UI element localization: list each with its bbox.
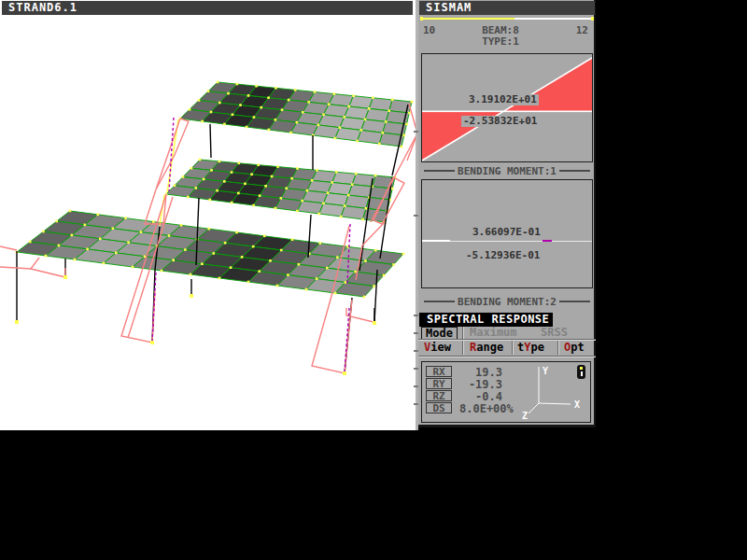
rz-button[interactable]: RZ [426, 390, 452, 401]
beam-axis-line-white [514, 18, 591, 20]
tab-separator [462, 327, 464, 340]
ry-value: -19.3 [459, 378, 502, 391]
rx-button[interactable]: RX [426, 366, 452, 377]
groove-2 [418, 356, 596, 357]
panel-title: SISMAM [426, 1, 472, 14]
window-title: STRAND6.1 [8, 1, 78, 14]
pointer-tool-icon[interactable] [577, 365, 585, 379]
axis-y-label: Y [543, 366, 548, 376]
menu-separator [557, 341, 559, 355]
ds-button[interactable]: DS [426, 402, 452, 413]
spectral-tabs: Mode Maximum SRSS [418, 327, 596, 340]
rx-value: 19.3 [459, 366, 502, 379]
axis-x-label: X [574, 399, 580, 410]
side-panel: SISMAM 10 BEAM:8 12 TYPE:1 3.19102E+01 -… [418, 0, 596, 427]
beam-axis-right-cap [591, 17, 594, 21]
bm2-max-value: 3.66097E-01 [471, 227, 543, 238]
ry-button[interactable]: RY [426, 378, 452, 389]
view-status-box: RX 19.3 RY -19.3 RZ -0.4 DS 8.0E+00% Y X [421, 361, 591, 423]
tab-maximum[interactable]: Maximum [470, 327, 517, 339]
application-screen: STRAND6.1 SISMAM 10 BEAM:8 12 TYPE:1 [0, 0, 747, 560]
bm2-min-value: -5.12936E-01 [464, 250, 542, 261]
bending-moment-1-diagram: 3.19102E+01 -2.53832E+01 [421, 53, 593, 162]
bm1-caption: BENDING MOMENT:1 [458, 165, 557, 177]
menu-item-view[interactable]: View [424, 341, 451, 355]
main-titlebar: STRAND6.1 [2, 1, 413, 15]
menu-bar: View Range tYpe Opt [418, 341, 596, 355]
beam-axis-line-yellow [421, 18, 514, 20]
menu-item-opt[interactable]: Opt [564, 341, 585, 355]
bm1-max-value: 3.19102E+01 [467, 94, 539, 105]
menu-separator [512, 341, 514, 355]
model-svg [0, 0, 418, 430]
rz-value: -0.4 [459, 390, 502, 403]
axis-z-label: Z [522, 411, 528, 421]
tab-srss[interactable]: SRSS [541, 327, 568, 339]
bm2-caption-row: BENDING MOMENT:2 [421, 296, 593, 307]
menu-item-range[interactable]: Range [470, 341, 503, 355]
bm1-min-value: -2.53832E+01 [461, 116, 539, 127]
beam-type-label: TYPE:1 [418, 35, 583, 48]
menu-separator [462, 341, 464, 355]
bending-moment-2-diagram: 3.66097E-01 -5.12936E-01 [421, 179, 593, 288]
panel-titlebar: SISMAM [419, 1, 595, 15]
bm2-caption: BENDING MOMENT:2 [458, 296, 557, 308]
model-viewport[interactable]: STRAND6.1 [0, 0, 418, 430]
bm1-caption-row: BENDING MOMENT:1 [421, 165, 593, 176]
spectral-response-header: SPECTRAL RESPONSE [419, 313, 553, 327]
bm1-plot [422, 54, 592, 161]
menu-item-type[interactable]: tYpe [517, 341, 544, 355]
